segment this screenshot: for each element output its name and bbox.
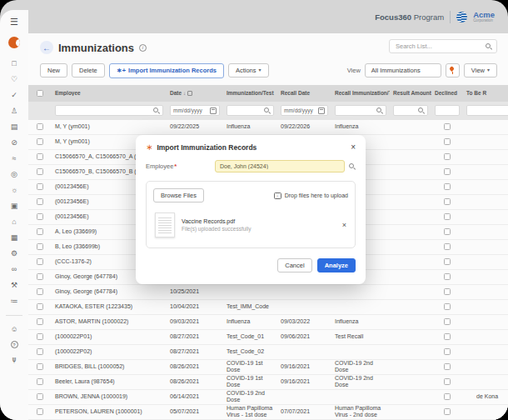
declined-checkbox[interactable] xyxy=(444,123,451,130)
row-checkbox[interactable] xyxy=(37,138,43,145)
row-checkbox[interactable] xyxy=(37,213,43,220)
declined-checkbox[interactable] xyxy=(444,168,451,175)
row-checkbox[interactable] xyxy=(37,183,43,190)
analyze-button[interactable]: Analyze xyxy=(317,258,356,272)
table-row[interactable]: PETERSON, LAUREN (1000001)05/07/2021Huma… xyxy=(28,405,508,420)
declined-checkbox[interactable] xyxy=(444,183,451,190)
waves-icon[interactable]: ≈ xyxy=(7,150,22,166)
row-checkbox[interactable] xyxy=(37,408,43,415)
declined-checkbox[interactable] xyxy=(444,393,451,400)
actions-button[interactable]: Actions ▾ xyxy=(228,63,269,78)
row-checkbox[interactable] xyxy=(37,363,43,370)
table-row[interactable]: ASTOR, MARTIN (1000022)09/03/2021Influen… xyxy=(28,315,508,330)
row-checkbox[interactable] xyxy=(37,333,43,340)
shield-check-icon[interactable]: ✓ xyxy=(7,87,22,102)
filter-to_be_recalled-input[interactable] xyxy=(466,105,508,116)
delete-button[interactable]: Delete xyxy=(72,63,105,78)
table-row[interactable]: (1000022P01)08/27/2021Test_Code_0109/06/… xyxy=(28,330,508,345)
info-icon[interactable]: i xyxy=(139,44,147,52)
table-row[interactable]: (1000022P02)08/27/2021Test_Code_02 xyxy=(28,345,508,360)
filter-recall_date-input[interactable]: mm/dd/yyyy xyxy=(281,105,328,116)
sort-asc-icon[interactable]: ↓ xyxy=(183,91,186,96)
pin-view-button[interactable] xyxy=(446,63,460,78)
col-header-immunization[interactable]: Immunization/Test xyxy=(223,90,277,96)
declined-checkbox[interactable] xyxy=(444,348,451,355)
row-checkbox[interactable] xyxy=(37,228,43,235)
document-icon[interactable]: □ xyxy=(7,55,22,71)
row-checkbox[interactable] xyxy=(37,273,43,280)
declined-checkbox[interactable] xyxy=(444,318,451,325)
row-checkbox[interactable] xyxy=(37,168,43,175)
filter-recall_immunization-input[interactable] xyxy=(335,105,386,116)
declined-checkbox[interactable] xyxy=(444,228,451,235)
view-button[interactable]: View ▾ xyxy=(464,63,497,78)
row-checkbox[interactable] xyxy=(37,198,43,205)
employee-input[interactable] xyxy=(215,160,345,172)
declined-checkbox[interactable] xyxy=(444,303,451,310)
col-header-recall_immunization[interactable]: Recall Immunization/Test xyxy=(331,90,390,96)
row-checkbox[interactable] xyxy=(37,378,43,385)
search-list-box[interactable] xyxy=(389,39,497,53)
col-header-employee[interactable]: Employee xyxy=(52,90,167,96)
declined-checkbox[interactable] xyxy=(444,378,451,385)
declined-checkbox[interactable] xyxy=(444,243,451,250)
app-logo-icon[interactable] xyxy=(8,37,20,48)
table-row[interactable]: M, Y (ym001)09/22/2025Influenza09/22/202… xyxy=(28,120,508,135)
col-header-to_be_recalled[interactable]: To Be R xyxy=(463,90,508,96)
declined-checkbox[interactable] xyxy=(444,198,451,205)
filter-declined-input[interactable] xyxy=(435,105,460,116)
link-icon[interactable]: ∞ xyxy=(7,261,22,277)
select-all-checkbox[interactable] xyxy=(37,90,43,97)
row-checkbox[interactable] xyxy=(37,258,43,265)
filter-result_amount-input[interactable] xyxy=(393,105,428,116)
remove-file-icon[interactable]: × xyxy=(342,221,346,229)
col-header-declined[interactable]: Declined xyxy=(431,90,463,96)
heart-badge-icon[interactable]: ♡ xyxy=(7,71,22,87)
table-row[interactable]: BRIDGES, BILL (1000052)08/26/2021COVID-1… xyxy=(28,360,508,375)
check-circle-icon[interactable]: ◎ xyxy=(7,166,22,182)
table-row[interactable]: Ginoy, George (647784)10/25/2021 xyxy=(28,285,508,300)
org-chart-icon[interactable]: ⋔ xyxy=(7,352,22,368)
row-checkbox[interactable] xyxy=(37,348,43,355)
graduation-cap-icon[interactable]: ⌂ xyxy=(7,213,22,229)
col-header-recall_date[interactable]: Recall Date xyxy=(277,90,331,96)
gear-icon[interactable]: ⚙ xyxy=(7,245,22,261)
row-checkbox[interactable] xyxy=(37,303,43,310)
id-card-icon[interactable]: ▤ xyxy=(7,118,22,134)
notebook-icon[interactable]: ▦ xyxy=(7,229,22,245)
declined-checkbox[interactable] xyxy=(444,213,451,220)
declined-checkbox[interactable] xyxy=(444,273,451,280)
filter-date-input[interactable]: mm/dd/yyyy xyxy=(170,105,220,116)
import-immunization-records-button[interactable]: ∗+ Import Immunization Records xyxy=(109,63,224,78)
row-checkbox[interactable] xyxy=(37,243,43,250)
table-row[interactable]: KATAOKA, ESTER (1223435)10/04/2021Test_I… xyxy=(28,300,508,315)
lightbulb-icon[interactable]: ☼ xyxy=(7,182,22,198)
declined-checkbox[interactable] xyxy=(444,258,451,265)
row-checkbox[interactable] xyxy=(37,393,43,400)
modal-close-icon[interactable]: × xyxy=(351,143,356,152)
upload-dropzone[interactable]: Browse Files ↓ Drop files here to upload… xyxy=(146,181,356,248)
sort-order-icon[interactable] xyxy=(187,91,192,96)
filter-immunization-input[interactable] xyxy=(227,105,274,116)
col-header-result_amount[interactable]: Result Amount xyxy=(390,90,431,96)
declined-checkbox[interactable] xyxy=(444,288,451,295)
list-settings-icon[interactable]: ≔ xyxy=(7,292,22,308)
row-checkbox[interactable] xyxy=(37,123,43,130)
declined-checkbox[interactable] xyxy=(444,408,451,415)
user-circle-icon[interactable]: ☺ xyxy=(7,321,22,337)
help-icon[interactable]: ? xyxy=(11,341,18,348)
table-row[interactable]: Beeler, Laura (987654)08/26/2021COVID-19… xyxy=(28,375,508,390)
browse-files-button[interactable]: Browse Files xyxy=(153,188,204,202)
col-header-date[interactable]: Date↓ xyxy=(167,90,223,96)
image-frame-icon[interactable]: ▣ xyxy=(7,198,22,213)
table-row[interactable]: BROWN, JENNA (1000019)06/14/2021COVID-19… xyxy=(28,390,508,405)
user-key-icon[interactable]: ♙ xyxy=(7,102,22,118)
menu-icon[interactable]: ☰ xyxy=(10,18,18,27)
new-button[interactable]: New xyxy=(40,63,67,78)
slash-circle-icon[interactable]: ⊘ xyxy=(7,134,22,150)
row-checkbox[interactable] xyxy=(37,318,43,325)
declined-checkbox[interactable] xyxy=(444,153,451,160)
filter-employee-input[interactable] xyxy=(55,105,163,116)
declined-checkbox[interactable] xyxy=(444,333,451,340)
back-button[interactable]: ← xyxy=(40,41,53,54)
